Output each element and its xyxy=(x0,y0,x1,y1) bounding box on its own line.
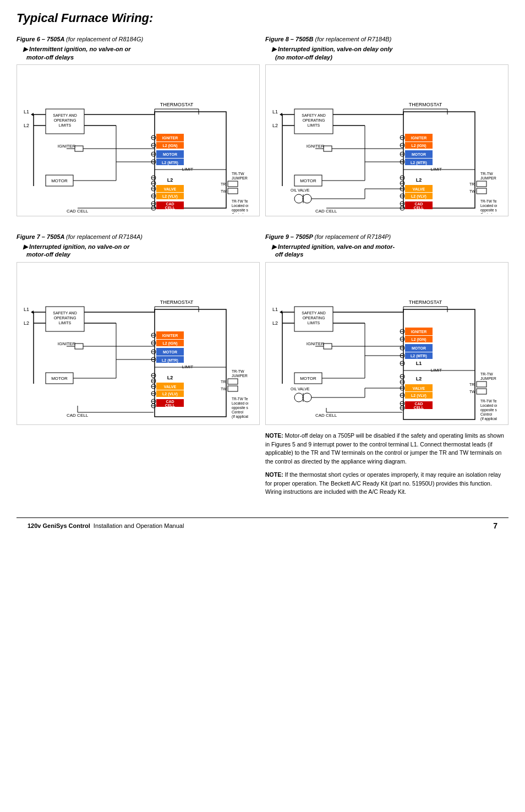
svg-rect-20 xyxy=(75,146,83,151)
svg-text:L2 (VLV): L2 (VLV) xyxy=(411,194,426,199)
svg-text:LIMITS: LIMITS xyxy=(59,321,72,325)
svg-text:Control: Control xyxy=(480,212,493,214)
svg-point-320 xyxy=(294,393,303,402)
svg-text:L2 (IGN): L2 (IGN) xyxy=(411,144,426,148)
svg-text:L2 (MTR): L2 (MTR) xyxy=(411,161,427,165)
svg-point-152 xyxy=(303,194,311,203)
page-footer: 120v GeniSys Control Installation and Op… xyxy=(17,517,508,533)
figure-7-title: Figure 7 – 7505A xyxy=(17,233,66,240)
figure-8-title: Figure 8 – 7505B xyxy=(265,36,315,42)
svg-text:L2: L2 xyxy=(167,375,173,380)
svg-text:CELL: CELL xyxy=(165,206,176,210)
svg-text:TR-TW Terminals: TR-TW Terminals xyxy=(232,199,248,203)
figure-9-subtitle: ▶ Interrupted ignition, valve-on and mot… xyxy=(265,243,508,259)
svg-text:CAD: CAD xyxy=(414,402,423,406)
svg-text:VALVE: VALVE xyxy=(164,187,177,191)
svg-rect-222 xyxy=(228,386,238,391)
figure-7-caption: Figure 7 – 7505A (for replacement of R71… xyxy=(17,233,260,241)
svg-text:MOTOR: MOTOR xyxy=(300,376,316,381)
svg-text:MOTOR: MOTOR xyxy=(163,152,177,156)
svg-text:OIL VALVE: OIL VALVE xyxy=(291,188,310,192)
svg-text:THERMOSTAT: THERMOSTAT xyxy=(160,102,194,107)
svg-text:(If applicable): (If applicable) xyxy=(480,417,497,421)
svg-text:OPERATING: OPERATING xyxy=(54,118,76,122)
svg-text:MOTOR: MOTOR xyxy=(300,178,316,183)
svg-text:OPERATING: OPERATING xyxy=(54,316,76,320)
svg-text:L2 (IGN): L2 (IGN) xyxy=(162,341,177,346)
svg-text:MOTOR: MOTOR xyxy=(163,350,177,354)
svg-text:CELL: CELL xyxy=(414,406,424,410)
svg-text:CAD: CAD xyxy=(414,202,423,206)
svg-text:Located on: Located on xyxy=(480,204,497,208)
fig7-svg: L1 L2 SAFETY AND OPERATING LIMITS THERMO… xyxy=(17,263,248,422)
fig8-svg: L1 L2 SAFETY AND OPERATING LIMITS THERMO… xyxy=(266,65,497,214)
footer-page-number: 7 xyxy=(493,521,497,530)
svg-text:TR-TW Terminals: TR-TW Terminals xyxy=(480,399,497,403)
svg-text:Located on: Located on xyxy=(480,404,497,407)
svg-text:Located on: Located on xyxy=(232,204,248,208)
svg-text:TW: TW xyxy=(221,189,227,193)
svg-text:JUMPER: JUMPER xyxy=(480,377,496,380)
svg-text:SAFETY AND: SAFETY AND xyxy=(53,311,76,315)
svg-text:TR: TR xyxy=(221,182,226,186)
svg-text:THERMOSTAT: THERMOSTAT xyxy=(409,299,442,305)
svg-text:L2 (VLV): L2 (VLV) xyxy=(162,392,178,396)
figure-6-caption: Figure 6 – 7505A (for replacement of R81… xyxy=(17,35,260,43)
footer-text: 120v GeniSys Control Installation and Op… xyxy=(28,522,184,529)
svg-text:L2: L2 xyxy=(24,320,29,326)
svg-text:L2: L2 xyxy=(416,177,422,183)
svg-text:L1: L1 xyxy=(272,109,278,115)
svg-text:TR-TW: TR-TW xyxy=(480,372,493,376)
svg-text:L2 (IGN): L2 (IGN) xyxy=(411,337,426,342)
svg-text:TR: TR xyxy=(221,380,226,384)
svg-text:OPERATING: OPERATING xyxy=(303,316,325,320)
figure-9-note: (for replacement of R7184P) xyxy=(314,233,391,240)
svg-marker-169 xyxy=(31,310,34,314)
svg-point-321 xyxy=(303,393,311,402)
svg-rect-184 xyxy=(75,344,83,349)
note-2: NOTE: If the thermostat short cycles or … xyxy=(265,471,508,497)
svg-text:CAD: CAD xyxy=(166,202,174,206)
svg-text:SAFETY AND: SAFETY AND xyxy=(302,311,325,315)
svg-text:OPERATING: OPERATING xyxy=(303,118,325,122)
fig6-svg: L1 L2 SAFETY AND OPERATING LIMITS xyxy=(17,65,248,214)
svg-text:SAFETY AND: SAFETY AND xyxy=(302,113,325,117)
svg-text:LIMITS: LIMITS xyxy=(59,123,72,127)
figure-7-block: Figure 7 – 7505A (for replacement of R71… xyxy=(17,233,260,501)
svg-text:LIMITS: LIMITS xyxy=(308,321,320,325)
svg-text:L1: L1 xyxy=(24,109,29,115)
svg-rect-56 xyxy=(228,181,238,187)
svg-text:THERMOSTAT: THERMOSTAT xyxy=(409,102,442,107)
svg-text:JUMPER: JUMPER xyxy=(232,176,248,180)
svg-text:VALVE: VALVE xyxy=(413,187,425,191)
page-title: Typical Furnace Wiring: xyxy=(17,11,508,25)
figure-8-diagram: L1 L2 SAFETY AND OPERATING LIMITS THERMO… xyxy=(265,64,508,216)
figure-8-subtitle: ▶ Interrupted ignition, valve-on delay o… xyxy=(265,45,508,61)
svg-text:L2 (MTR): L2 (MTR) xyxy=(162,358,178,363)
figure-6-note: (for replacement of R8184G) xyxy=(66,36,143,42)
figure-7-diagram: L1 L2 SAFETY AND OPERATING LIMITS THERMO… xyxy=(17,262,260,425)
svg-rect-220 xyxy=(228,379,238,384)
svg-text:LIMITS: LIMITS xyxy=(308,123,320,127)
svg-text:L1: L1 xyxy=(24,307,29,312)
figure-6-title: Figure 6 – 7505A xyxy=(17,36,66,42)
svg-text:CAD CELL: CAD CELL xyxy=(67,209,89,214)
svg-text:L2 (VLV): L2 (VLV) xyxy=(411,394,426,398)
svg-text:TR-TW Terminals: TR-TW Terminals xyxy=(232,397,248,401)
svg-text:L2: L2 xyxy=(272,320,278,326)
svg-rect-136 xyxy=(477,188,486,194)
figure-9-diagram: L1 L2 SAFETY AND OPERATING LIMITS THERMO… xyxy=(265,262,508,425)
top-figures-row: Figure 6 – 7505A (for replacement of R81… xyxy=(17,35,508,216)
svg-text:CAD CELL: CAD CELL xyxy=(67,413,89,418)
svg-text:IGNITER: IGNITER xyxy=(162,136,178,140)
svg-text:L2 (MTR): L2 (MTR) xyxy=(411,354,427,358)
figure-9-title: Figure 9 – 7505P xyxy=(265,233,314,240)
svg-text:opposite side of: opposite side of xyxy=(480,408,497,412)
svg-rect-58 xyxy=(228,188,238,194)
svg-text:MOTOR: MOTOR xyxy=(412,346,426,350)
svg-text:TR-TW: TR-TW xyxy=(232,172,244,176)
figure-6-diagram: L1 L2 SAFETY AND OPERATING LIMITS xyxy=(17,64,260,216)
svg-text:IGNITER: IGNITER xyxy=(58,144,76,149)
svg-rect-134 xyxy=(477,181,486,187)
svg-text:MOTOR: MOTOR xyxy=(412,152,426,156)
